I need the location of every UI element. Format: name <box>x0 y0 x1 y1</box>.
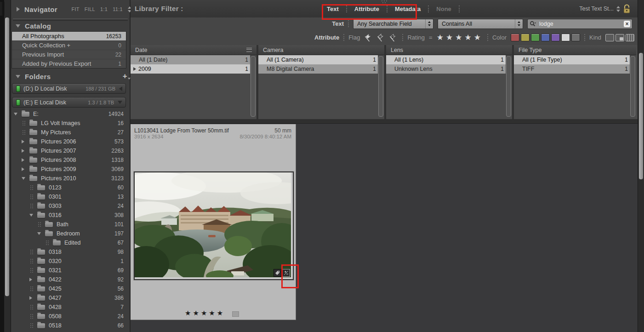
folder-row-lg-volt-images[interactable]: LG Volt Images16 <box>11 119 130 128</box>
folder-row-0303[interactable]: 030324 <box>11 201 130 211</box>
metadata-row-all-dates[interactable]: All (1 Date) 1 <box>131 55 250 64</box>
color-swatch-custom[interactable] <box>571 34 580 41</box>
navigator-header[interactable]: Navigator FIT FILL 1:1 11:1 <box>11 4 135 15</box>
column-header-camera[interactable]: Camera <box>258 45 384 55</box>
zoom-fit[interactable]: FIT <box>71 6 79 12</box>
kind-videos-icon[interactable] <box>626 34 634 41</box>
star-icon[interactable]: ★ <box>446 33 455 42</box>
folder-row-0321[interactable]: 032169 <box>11 266 130 275</box>
metadata-row-all-lenses[interactable]: All (1 Lens) 1 <box>386 55 506 64</box>
flag-picked-icon[interactable] <box>364 33 373 42</box>
folder-row-0316[interactable]: 0316308 <box>11 211 130 220</box>
zoom-fill[interactable]: FILL <box>85 6 95 12</box>
folder-row-0425[interactable]: 042556 <box>11 284 130 293</box>
tab-attribute[interactable]: Attribute <box>351 6 382 12</box>
kind-virtual-copies-icon[interactable] <box>616 34 624 41</box>
star-icon[interactable]: ★ <box>455 33 464 42</box>
folder-row-0301[interactable]: 030113 <box>11 192 130 201</box>
preset-spinner-icon[interactable] <box>616 6 620 12</box>
folder-row-0422[interactable]: 042292 <box>11 275 130 284</box>
volume-e-local-disk[interactable]: (E:) E Local Disk 1.3 / 1.8 TB <box>12 97 126 108</box>
keyword-tag-badge-icon[interactable] <box>274 269 281 277</box>
folder-row-e[interactable]: E:14924 <box>11 109 130 119</box>
star-icon[interactable]: ★ <box>437 33 446 42</box>
photo-thumbnail[interactable] <box>134 172 294 280</box>
column-scrollbar[interactable] <box>630 56 635 117</box>
color-swatch-blue[interactable] <box>541 34 550 41</box>
rating-operator[interactable]: = <box>429 34 433 41</box>
contains-rule-dropdown[interactable]: Contains All <box>438 19 523 29</box>
color-swatch-red[interactable] <box>511 34 519 41</box>
color-swatch-purple[interactable] <box>551 34 560 41</box>
zoom-1-1[interactable]: 1:1 <box>100 6 108 12</box>
filter-lock-icon[interactable] <box>623 4 631 13</box>
folders-header[interactable]: Folders + <box>11 71 134 82</box>
kind-master-photos-icon[interactable] <box>605 34 614 41</box>
folder-row-0428[interactable]: 04287 <box>11 303 130 312</box>
folder-row-pictures-2006[interactable]: Pictures 2006573 <box>11 137 130 146</box>
column-scrollbar[interactable] <box>251 56 256 117</box>
metadata-row-all-cameras[interactable]: All (1 Camera) 1 <box>258 55 378 64</box>
flag-rejected-icon[interactable] <box>389 33 398 42</box>
folder-row-0123[interactable]: 012360 <box>11 183 130 192</box>
column-menu-icon[interactable] <box>246 48 252 52</box>
search-box[interactable]: × <box>527 19 633 29</box>
flag-unflagged-icon[interactable] <box>376 33 386 42</box>
star-icon[interactable]: ★ <box>185 309 193 317</box>
folder-row-0518[interactable]: 051866 <box>11 321 130 330</box>
column-header-date[interactable]: Date <box>131 45 256 55</box>
star-icon[interactable]: ★ <box>209 309 217 317</box>
folder-row-0508[interactable]: 050824 <box>11 312 130 321</box>
metadata-row-tiff[interactable]: TIFF 1 <box>514 64 630 74</box>
star-icon[interactable]: ★ <box>201 309 209 317</box>
folder-row-pictures-2008[interactable]: Pictures 20081318 <box>11 155 130 165</box>
tab-none[interactable]: None <box>433 6 455 12</box>
column-header-file-type[interactable]: File Type <box>514 45 636 55</box>
star-icon[interactable]: ★ <box>193 309 200 317</box>
photo-grid-cell[interactable]: L1013041 Lodge From Tower 50mm.tif 3916 … <box>131 124 296 320</box>
color-swatch-green[interactable] <box>531 34 540 41</box>
add-folder-button[interactable]: + <box>123 72 131 81</box>
catalog-header[interactable]: Catalog <box>11 20 134 31</box>
searchable-field-dropdown[interactable]: Any Searchable Field <box>353 19 433 29</box>
column-scrollbar[interactable] <box>506 56 511 117</box>
folder-row-0320[interactable]: 03201 <box>11 257 130 266</box>
grid-scrollbar-thumb[interactable] <box>639 53 643 179</box>
collapse-left-icon[interactable] <box>119 86 122 91</box>
folder-row-bath[interactable]: Bath101 <box>11 220 130 229</box>
metadata-row-unknown-lens[interactable]: Unknown Lens 1 <box>386 64 506 74</box>
folder-row-0427[interactable]: 0427386 <box>11 293 130 303</box>
panel-drag-grip[interactable] <box>0 2 4 16</box>
collapse-down-icon[interactable] <box>118 101 122 104</box>
folder-row-0318[interactable]: 031898 <box>11 247 130 257</box>
color-swatch-yellow[interactable] <box>521 34 530 41</box>
folder-row-my-pictures[interactable]: My Pictures27 <box>11 128 130 137</box>
folder-row-edited[interactable]: Edited67 <box>11 238 130 247</box>
catalog-item-all-photographs[interactable]: All Photographs 16253 <box>12 32 126 40</box>
metadata-row-all-file-types[interactable]: All (1 File Type) 1 <box>514 55 630 64</box>
folder-row-pictures-2010[interactable]: Pictures 20103123 <box>11 174 130 183</box>
grid-scrollbar[interactable] <box>638 0 644 332</box>
expand-right-icon[interactable] <box>133 67 136 71</box>
filter-preset-dropdown[interactable]: Test Text St... <box>579 6 614 12</box>
folder-row-pictures-2009[interactable]: Pictures 20093069 <box>11 165 130 174</box>
left-panel-scrollbar[interactable] <box>4 0 11 332</box>
color-label-none-icon[interactable] <box>232 311 239 317</box>
star-icon[interactable]: ★ <box>474 33 483 42</box>
catalog-item-quick-collection[interactable]: Quick Collection + 0 <box>12 40 126 50</box>
zoom-11-1[interactable]: 11:1 <box>113 6 123 12</box>
catalog-item-added-by-previous-export[interactable]: Added by Previous Export 1 <box>12 59 126 68</box>
star-icon[interactable]: ★ <box>217 309 225 317</box>
column-scrollbar[interactable] <box>378 56 383 117</box>
tab-text[interactable]: Text <box>324 6 342 12</box>
metadata-row-2009[interactable]: 2009 1 <box>131 64 250 74</box>
metadata-row-m8-digital-camera[interactable]: M8 Digital Camera 1 <box>258 64 378 74</box>
folder-row-bedroom[interactable]: Bedroom197 <box>11 229 130 238</box>
adjustments-badge-icon[interactable] <box>282 269 290 277</box>
folder-row-pictures-2007[interactable]: Pictures 20072263 <box>11 146 130 155</box>
metadata-panel-resize-handle[interactable] <box>131 119 638 124</box>
clear-search-button[interactable]: × <box>624 21 630 27</box>
search-input[interactable] <box>538 20 622 28</box>
volume-d-local-disk[interactable]: (D:) D Local Disk 188 / 231 GB <box>12 83 126 94</box>
column-header-lens[interactable]: Lens <box>386 45 512 55</box>
